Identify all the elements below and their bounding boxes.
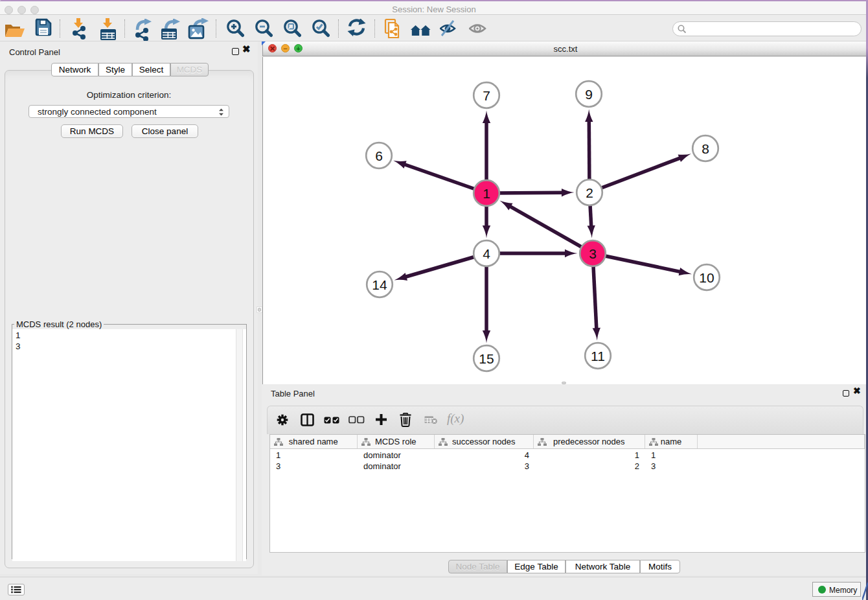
svg-text:10: 10 — [699, 270, 714, 285]
svg-text:4: 4 — [483, 246, 490, 261]
svg-text:11: 11 — [591, 349, 605, 363]
svg-text:6: 6 — [375, 148, 383, 163]
svg-text:3: 3 — [589, 246, 597, 261]
svg-text:15: 15 — [479, 351, 494, 366]
svg-text:7: 7 — [483, 88, 490, 103]
svg-text:14: 14 — [372, 277, 387, 292]
svg-text:9: 9 — [585, 87, 593, 102]
svg-text:2: 2 — [586, 185, 593, 200]
svg-text:1: 1 — [483, 186, 490, 201]
svg-text:8: 8 — [702, 141, 709, 156]
